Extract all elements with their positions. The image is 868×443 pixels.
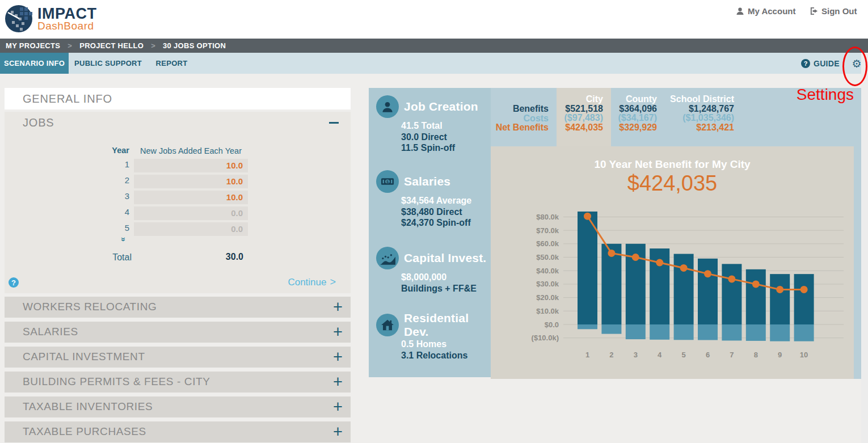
my-account-link[interactable]: My Account xyxy=(736,6,795,16)
benefits-column-school-district[interactable]: School District$1,248,767($1,035,346)$21… xyxy=(670,95,734,132)
app-logo[interactable]: IMPACT DashBoard xyxy=(5,3,97,34)
cost-bar xyxy=(674,324,694,340)
col-county-benefits: $364,096 xyxy=(618,104,658,114)
section-salaries[interactable]: SALARIES+ xyxy=(5,322,351,343)
chart-y-tick-label: $40.0k xyxy=(536,267,559,275)
cost-bar xyxy=(601,324,621,334)
summary-item-line: $38,480 Direct xyxy=(401,206,487,218)
question-circle-icon: ? xyxy=(801,59,810,68)
guide-label: GUIDE xyxy=(814,59,840,68)
summary-item-job-creation: Job Creation41.5 Total30.0 Direct11.5 Sp… xyxy=(376,95,487,154)
jobs-year-1-input[interactable]: 10.0 xyxy=(134,159,248,172)
col-city-name: City xyxy=(564,95,604,104)
jobs-year-3-input[interactable]: 10.0 xyxy=(134,191,248,204)
breadcrumb-my-projects[interactable]: MY PROJECTS xyxy=(6,41,60,50)
breadcrumb: MY PROJECTS > PROJECT HELLO > 30 JOBS OP… xyxy=(0,39,868,53)
col-city-net_benefits: $424,035 xyxy=(564,123,604,133)
cost-bar xyxy=(578,324,597,329)
sign-out-label: Sign Out xyxy=(821,6,857,16)
net-benefit-chart-panel: $80.0k$70.0k$60.0k$50.0k$40.0k$30.0k$20.… xyxy=(491,146,854,379)
col-county-name: County xyxy=(618,95,658,104)
benefit-bar xyxy=(794,274,814,324)
my-account-label: My Account xyxy=(748,6,795,16)
jobs-year-1-label: 1 xyxy=(84,159,129,169)
benefit-bar xyxy=(698,259,718,324)
jobs-year-2-input[interactable]: 10.0 xyxy=(134,175,248,188)
tab-scenario-info[interactable]: SCENARIO INFO xyxy=(0,53,69,74)
breadcrumb-separator: > xyxy=(68,41,72,50)
section-taxable-inventories[interactable]: TAXABLE INVENTORIES+ xyxy=(5,396,351,417)
chart-highlight-value: $424,035 xyxy=(491,171,854,196)
breadcrumb-separator: > xyxy=(151,41,155,50)
summary-item-line: 0.5 Homes xyxy=(401,339,487,350)
jobs-year-4-input[interactable]: 0.0 xyxy=(134,206,248,220)
benefits-row-label: Benefits xyxy=(491,104,549,114)
benefits-column-city[interactable]: City$521,518($97,483)$424,035 xyxy=(564,95,604,132)
net-benefits-row-label: Net Benefits xyxy=(491,123,549,133)
help-icon[interactable]: ? xyxy=(9,277,19,288)
chart-y-tick-label: $0.0 xyxy=(545,320,559,329)
col-school-district-costs: ($1,035,346) xyxy=(670,113,734,123)
breadcrumb-scenario[interactable]: 30 JOBS OPTION xyxy=(163,41,226,50)
continue-button[interactable]: Continue> xyxy=(267,276,336,288)
summary-item-title: Residential Dev. xyxy=(404,311,487,339)
benefits-column-county[interactable]: County$364,096($34,167)$329,929 xyxy=(618,95,658,132)
col-county-net_benefits: $329,929 xyxy=(618,123,658,133)
sign-out-link[interactable]: Sign Out xyxy=(810,6,857,16)
section-workers-relocating[interactable]: WORKERS RELOCATING+ xyxy=(5,297,351,318)
cost-bar xyxy=(770,324,790,341)
settings-annotation-label: Settings xyxy=(789,86,854,104)
summary-item-salaries: $Salaries$34,564 Average$38,480 Direct$2… xyxy=(376,170,487,229)
col-city-costs: ($97,483) xyxy=(564,113,604,123)
logo-dashboard-text: DashBoard xyxy=(37,20,97,31)
cost-bar xyxy=(794,324,814,341)
cost-bar xyxy=(650,324,669,340)
chart-title: 10 Year Net Benefit for My City xyxy=(491,158,854,171)
general-info-title: GENERAL INFO xyxy=(5,92,112,106)
expand-plus-icon: + xyxy=(333,396,343,417)
section-capital-investment[interactable]: CAPITAL INVESTMENT+ xyxy=(5,347,351,368)
section-label: TAXABLE PURCHASES xyxy=(23,425,146,438)
net-benefit-point xyxy=(656,259,663,266)
logo-mark-icon xyxy=(5,3,35,34)
summary-item-line: $8,000,000 xyxy=(401,272,487,283)
summary-item-line: 30.0 Direct xyxy=(401,132,487,143)
chart-y-tick-label: $20.0k xyxy=(536,293,559,302)
user-icon xyxy=(736,7,744,15)
net-benefit-point xyxy=(608,250,615,257)
chart-x-label: 3 xyxy=(634,351,638,359)
section-label: SALARIES xyxy=(23,326,78,338)
summary-item-capital-invest: Capital Invest.$8,000,000Buildings + FF&… xyxy=(376,247,487,294)
section-taxable-purchases[interactable]: TAXABLE PURCHASES+ xyxy=(5,421,351,442)
guide-button[interactable]: ? GUIDE xyxy=(801,53,840,74)
chart-x-label: 5 xyxy=(681,351,685,359)
section-label: TAXABLE INVENTORIES xyxy=(23,400,153,413)
chart-x-label: 7 xyxy=(730,351,734,359)
jobs-year-5-input[interactable]: 0.0 xyxy=(134,222,248,236)
jobs-section-title: JOBS xyxy=(23,116,54,129)
net-benefit-point xyxy=(584,213,591,220)
chart-y-tick-label: $80.0k xyxy=(536,213,559,221)
tab-public-support[interactable]: PUBLIC SUPPORT xyxy=(69,53,148,74)
section-building-permits-fees-city[interactable]: BUILDING PERMITS & FEES - CITY+ xyxy=(5,372,351,393)
tab-report[interactable]: REPORT xyxy=(148,53,196,74)
breadcrumb-project[interactable]: PROJECT HELLO xyxy=(79,41,144,50)
show-more-years-icon[interactable]: » xyxy=(119,237,128,242)
summary-item-title: Salaries xyxy=(404,175,450,188)
year-column-header: Year xyxy=(84,146,129,155)
settings-annotation-circle xyxy=(842,47,867,86)
chart-y-tick-label: $10.0k xyxy=(536,307,559,315)
summary-item-title: Capital Invest. xyxy=(404,251,486,265)
collapse-minus-icon[interactable] xyxy=(329,122,339,124)
expand-plus-icon: + xyxy=(333,347,343,368)
expand-plus-icon: + xyxy=(333,322,343,343)
cost-bar xyxy=(698,324,718,340)
continue-label: Continue xyxy=(288,277,326,288)
jobs-year-2-label: 2 xyxy=(84,175,129,185)
summary-item-line: 3.1 Relocations xyxy=(401,350,487,361)
net-benefit-point xyxy=(800,286,808,293)
chart-x-label: 6 xyxy=(706,351,710,359)
chart-x-label: 4 xyxy=(658,351,662,359)
col-school-district-benefits: $1,248,767 xyxy=(670,104,734,114)
vertical-scrollbar[interactable] xyxy=(861,53,868,443)
